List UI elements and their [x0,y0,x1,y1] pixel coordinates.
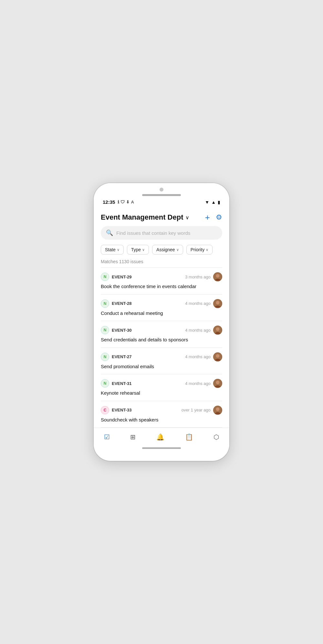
matches-count: Matches 1130 issues [101,259,222,264]
board-icon: ⊞ [130,433,136,441]
priority-chevron-icon: ∨ [206,248,208,252]
camera-dot [160,188,163,192]
issue-right: 4 months ago [185,326,222,335]
issue-title: Send promotional emails [101,363,222,370]
filter-row: State ∨ Type ∨ Assignee ∨ Priority ∨ [101,245,222,254]
issue-title: Conduct a rehearsal meeting [101,310,222,317]
issue-badge: N [101,273,109,281]
hex-icon: ⬡ [214,433,219,441]
nav-tasks[interactable]: ☑ [101,432,113,442]
search-icon: 🔍 [106,229,113,236]
status-bar: 12:35 ℹ 🛡 ⬇ A ▼ ▲ ▮ [94,196,229,207]
tasks-icon: ☑ [104,433,110,441]
issue-title: Keynote rehearsal [101,390,222,396]
issue-item[interactable]: CEVENT-33over 1 year ago Soundcheck with… [101,401,222,428]
filter-state-button[interactable]: State ∨ [101,245,124,254]
avatar [213,272,222,281]
issue-time: 4 months ago [185,328,211,333]
svg-point-29 [216,408,219,411]
svg-point-4 [216,274,219,277]
docs-icon: 📋 [185,433,193,441]
issue-id: EVENT-33 [112,408,131,412]
filter-priority-button[interactable]: Priority ∨ [186,245,213,254]
search-bar[interactable]: 🔍 Find issues that contain key words [101,226,222,240]
phone-frame: 12:35 ℹ 🛡 ⬇ A ▼ ▲ ▮ Event Management Dep… [94,183,229,461]
issue-title: Soundcheck with speakers [101,417,222,423]
app-content: Event Management Dept ∨ + ⚙ 🔍 Find issue… [94,207,229,428]
add-button[interactable]: + [205,213,210,222]
issue-time: 4 months ago [185,301,211,306]
issue-right: over 1 year ago [182,406,222,415]
issue-time: 3 months ago [185,275,211,279]
issue-left: NEVENT-27 [101,353,131,361]
status-time: 12:35 [103,199,115,205]
title-chevron-icon[interactable]: ∨ [185,214,189,221]
svg-point-24 [216,381,219,384]
svg-point-19 [216,354,219,358]
issue-id: EVENT-27 [112,354,131,359]
issue-item[interactable]: NEVENT-293 months ago Book the conferenc… [101,268,222,295]
settings-button[interactable]: ⚙ [216,213,222,222]
issue-time: 4 months ago [185,354,211,359]
issue-item[interactable]: NEVENT-274 months ago Send promotional e… [101,348,222,375]
bottom-nav: ☑ ⊞ 🔔 📋 ⬡ [94,428,229,445]
issue-right: 4 months ago [185,352,222,361]
app-title: Event Management Dept [101,213,183,222]
status-right: ▼ ▲ ▮ [205,200,220,205]
signal-icon: ▲ [211,200,216,205]
svg-point-9 [216,301,219,304]
issue-badge: N [101,299,109,308]
issue-list: NEVENT-293 months ago Book the conferenc… [101,267,222,428]
bottom-pill-bar [142,447,181,449]
avatar [213,406,222,415]
shield-icon: 🛡 [120,200,125,204]
issue-top-row: NEVENT-284 months ago [101,299,222,308]
nav-notifications[interactable]: 🔔 [153,432,168,442]
issue-top-row: NEVENT-274 months ago [101,352,222,361]
info-icon: ℹ [118,200,119,204]
search-placeholder: Find issues that contain key words [116,230,190,236]
issue-left: CEVENT-33 [101,406,131,414]
bell-icon: 🔔 [156,433,164,441]
wifi-icon: ▼ [205,200,209,205]
filter-assignee-button[interactable]: Assignee ∨ [152,245,183,254]
phone-bottom-pill [94,445,229,454]
issue-id: EVENT-31 [112,381,131,386]
issue-left: NEVENT-30 [101,326,131,334]
nav-settings[interactable]: ⬡ [210,432,222,442]
issue-time: 4 months ago [185,381,211,386]
issue-top-row: NEVENT-314 months ago [101,379,222,388]
avatar [213,299,222,308]
issue-top-row: NEVENT-293 months ago [101,272,222,281]
issue-badge: N [101,379,109,388]
sync-icon: ⬇ [126,200,130,204]
issue-time: over 1 year ago [182,408,211,412]
issue-left: NEVENT-29 [101,273,131,281]
nav-docs[interactable]: 📋 [182,432,196,442]
avatar [213,326,222,335]
app-title-row[interactable]: Event Management Dept ∨ [101,213,189,222]
issue-item[interactable]: NEVENT-284 months ago Conduct a rehearsa… [101,295,222,321]
svg-point-14 [216,327,219,331]
type-chevron-icon: ∨ [142,248,145,252]
status-icons: ℹ 🛡 ⬇ A [118,200,134,204]
issue-badge: C [101,406,109,414]
phone-top-bar [94,183,229,196]
issue-item[interactable]: NEVENT-314 months ago Keynote rehearsal [101,374,222,401]
filter-type-button[interactable]: Type ∨ [127,245,149,254]
issue-badge: N [101,326,109,334]
issue-top-row: CEVENT-33over 1 year ago [101,406,222,415]
status-left: 12:35 ℹ 🛡 ⬇ A [103,199,134,205]
issue-title: Book the conference time in events calen… [101,283,222,290]
state-chevron-icon: ∨ [117,248,120,252]
issue-id: EVENT-29 [112,275,131,279]
nav-board[interactable]: ⊞ [127,432,139,442]
avatar [213,379,222,388]
issue-item[interactable]: NEVENT-304 months ago Send credentials a… [101,321,222,348]
issue-badge: N [101,353,109,361]
issue-left: NEVENT-28 [101,299,131,308]
header-actions: + ⚙ [205,213,222,222]
top-pill [142,194,181,196]
avatar [213,352,222,361]
issue-id: EVENT-28 [112,301,131,306]
